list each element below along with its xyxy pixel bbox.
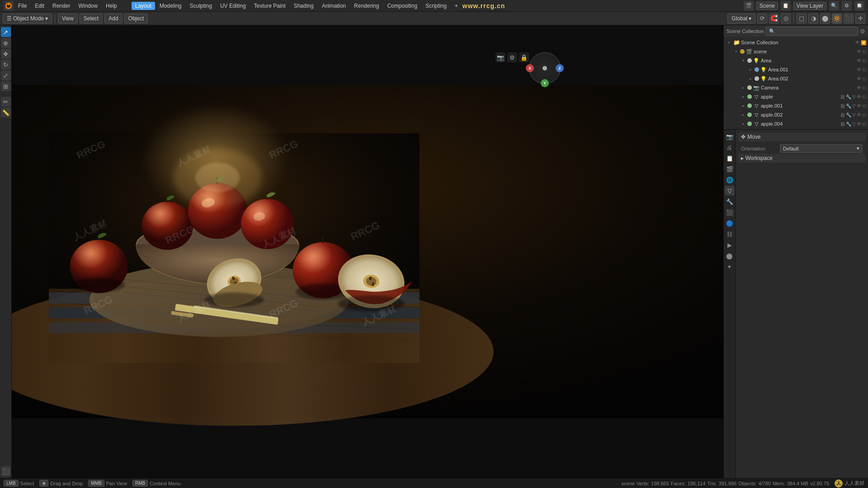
search-icon[interactable]: 🔍 (829, 1, 839, 11)
camera-view-icon[interactable]: 📷 (495, 52, 505, 62)
tool-scale[interactable]: ⤢ (1, 70, 11, 80)
apple001-options[interactable]: ⊡ (863, 103, 866, 108)
tab-sculpting[interactable]: Sculpting (186, 2, 216, 10)
move-header[interactable]: ✥ Move (738, 132, 865, 141)
pi-object[interactable]: ▽ (725, 186, 735, 196)
camera-options[interactable]: ⊡ (863, 85, 866, 90)
render-region-icon[interactable]: ⚙ (507, 52, 517, 62)
tool-annotate[interactable]: ✏ (1, 97, 11, 107)
outliner-item-apple004[interactable]: ▸ ▽ apple.004 ⛓ 🔧 ▽ 👁 ⊡ (724, 119, 868, 128)
viewport[interactable]: RRCG 人人素材 RRCG 人人素材 RRCG 人人素材 RRCG RRCG … (12, 25, 723, 478)
outliner-item-area002[interactable]: ▸ 💡 Area.002 👁 ⊡ (724, 74, 868, 83)
view-menu[interactable]: View (58, 14, 78, 23)
workspace-header[interactable]: ▸ Workspace (738, 154, 865, 163)
tab-texture-paint[interactable]: Texture Paint (250, 2, 289, 10)
global-selector[interactable]: Global ▾ (727, 14, 755, 23)
scene-options[interactable]: ⊡ (863, 49, 866, 54)
expand-area[interactable]: ▾ (740, 57, 746, 64)
apple002-eye[interactable]: 👁 (857, 112, 862, 117)
overlay-toggle[interactable]: ⬛ (844, 14, 854, 23)
menu-help[interactable]: Help (102, 2, 121, 10)
viewport-lock-icon[interactable]: 🔒 (519, 52, 529, 62)
tab-add[interactable]: + (451, 2, 462, 10)
apple001-eye[interactable]: 👁 (857, 103, 862, 108)
blender-logo[interactable] (4, 1, 14, 11)
camera-eye[interactable]: 👁 (857, 85, 862, 90)
expand-area002[interactable]: ▸ (747, 75, 754, 82)
outliner-item-apple001[interactable]: ▸ ▽ apple.001 ⛓ 🔧 ▽ 👁 ⊡ (724, 101, 868, 110)
proportional-icon[interactable]: ◎ (781, 14, 791, 23)
tool-add-cube[interactable]: ⬛ (1, 466, 11, 476)
pi-render[interactable]: 📷 (725, 131, 735, 141)
tool-move[interactable]: ✥ (1, 49, 11, 59)
navigation-gizmo[interactable]: X Y Z (529, 52, 565, 89)
area-options[interactable]: ⊡ (863, 58, 866, 63)
outliner-item-scene[interactable]: ▾ 🎬 scene 👁 ⊡ (724, 47, 868, 56)
pi-physics[interactable]: 🔵 (725, 218, 735, 228)
pi-output[interactable]: 🖨 (725, 142, 735, 152)
view-layer-icon[interactable]: 📋 (781, 1, 791, 11)
transform-icon[interactable]: ⟳ (757, 14, 767, 23)
pi-shapekeys[interactable]: ✦ (725, 262, 735, 272)
area002-options[interactable]: ⊡ (863, 76, 866, 81)
menu-render[interactable]: Render (49, 2, 74, 10)
viewport-shading-wire[interactable]: ▢ (797, 14, 807, 23)
filter-icon[interactable]: ⚙ (842, 1, 852, 11)
select-menu[interactable]: Select (80, 14, 103, 23)
apple004-eye[interactable]: 👁 (857, 121, 862, 127)
tab-animation[interactable]: Animation (318, 2, 349, 10)
tab-modeling[interactable]: Modeling (156, 2, 185, 10)
expand-camera[interactable]: ▸ (740, 84, 746, 91)
expand-area001[interactable]: ▸ (747, 66, 754, 73)
apple-options[interactable]: ⊡ (863, 94, 866, 99)
outliner-search[interactable] (766, 27, 858, 36)
viewport-shading-solid[interactable]: ◑ (808, 14, 818, 23)
gizmo-x-axis[interactable]: X (526, 64, 534, 72)
gizmo-y-axis[interactable]: Y (541, 79, 549, 87)
viewport-shading-render[interactable]: 🔆 (832, 14, 842, 23)
snap-icon[interactable]: 🧲 (769, 14, 779, 23)
area002-eye[interactable]: 👁 (857, 76, 862, 81)
tab-layout[interactable]: Layout (132, 2, 155, 10)
expand-apple002[interactable]: ▸ (740, 112, 746, 118)
mode-selector[interactable]: ☰ Object Mode ▾ (3, 14, 52, 23)
tool-cursor[interactable]: ⊕ (1, 38, 11, 48)
apple-eye[interactable]: 👁 (857, 94, 862, 99)
apple004-options[interactable]: ⊡ (863, 122, 866, 127)
pi-material[interactable]: ⬤ (725, 251, 735, 261)
area001-options[interactable]: ⊡ (863, 67, 866, 72)
scene-select-icon[interactable]: 🎬 (744, 1, 754, 11)
expand-scene[interactable]: ▾ (733, 48, 739, 55)
pi-modifier[interactable]: 🔧 (725, 197, 735, 206)
menu-file[interactable]: File (14, 2, 30, 10)
scene-collection-restrict[interactable]: 🔽 (861, 40, 866, 45)
area-eye[interactable]: 👁 (857, 58, 862, 63)
expand-apple001[interactable]: ▸ (740, 103, 746, 109)
tool-select[interactable]: ↗ (1, 27, 11, 37)
scene-eye[interactable]: 👁 (857, 49, 862, 54)
menu-edit[interactable]: Edit (31, 2, 48, 10)
pi-particles[interactable]: ⬛ (725, 207, 735, 217)
outliner-scene-collection[interactable]: ▾ 📁 Scene Collection 👁 🔽 (724, 38, 868, 47)
outliner-filter-icon[interactable]: ⚙ (860, 28, 865, 35)
add-menu[interactable]: Add (104, 14, 122, 23)
tool-measure[interactable]: 📏 (1, 108, 11, 117)
outliner-item-camera[interactable]: ▸ 📷 Camera 👁 ⊡ (724, 83, 868, 92)
overlay-icon[interactable]: 🔲 (854, 1, 864, 11)
area001-eye[interactable]: 👁 (857, 67, 862, 72)
viewport-shading-material[interactable]: ⬤ (820, 14, 830, 23)
outliner-item-apple002[interactable]: ▸ ▽ apple.002 ⛓ 🔧 ▽ 👁 ⊡ (724, 110, 868, 119)
outliner-item-area[interactable]: ▾ 💡 Area 👁 ⊡ (724, 56, 868, 65)
apple002-options[interactable]: ⊡ (863, 113, 866, 117)
scene-collection-eye[interactable]: 👁 (855, 40, 860, 45)
expand-apple[interactable]: ▸ (740, 94, 746, 100)
expand-apple004[interactable]: ▸ (740, 121, 746, 127)
pi-scene[interactable]: 🎬 (725, 164, 735, 174)
tool-rotate[interactable]: ↻ (1, 60, 11, 70)
expand-scene-collection[interactable]: ▾ (726, 39, 732, 46)
outliner-item-area001[interactable]: ▸ 💡 Area.001 👁 ⊡ (724, 65, 868, 74)
menu-window[interactable]: Window (75, 2, 101, 10)
pi-data[interactable]: ▶ (725, 240, 735, 250)
tab-shading[interactable]: Shading (290, 2, 317, 10)
tool-transform[interactable]: ⊞ (1, 81, 11, 91)
